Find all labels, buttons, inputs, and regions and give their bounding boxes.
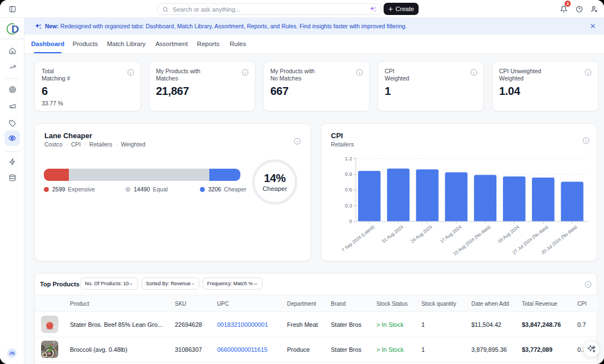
svg-text:31 Aug 2024: 31 Aug 2024 (381, 224, 404, 244)
svg-text:24 Aug 2024: 24 Aug 2024 (410, 224, 433, 244)
svg-text:1.2: 1.2 (345, 156, 352, 161)
svg-text:0.9: 0.9 (345, 171, 352, 177)
svg-text:0.6: 0.6 (345, 187, 352, 193)
svg-text:03 Aug 2024: 03 Aug 2024 (497, 224, 520, 244)
svg-text:D: D (12, 23, 19, 35)
svg-text:0: 0 (349, 219, 352, 224)
svg-text:0.3: 0.3 (345, 203, 352, 209)
svg-text:7 Sep 2024 (Latest): 7 Sep 2024 (Latest) (341, 224, 375, 253)
svg-text:17 Aug 2024: 17 Aug 2024 (439, 224, 462, 244)
